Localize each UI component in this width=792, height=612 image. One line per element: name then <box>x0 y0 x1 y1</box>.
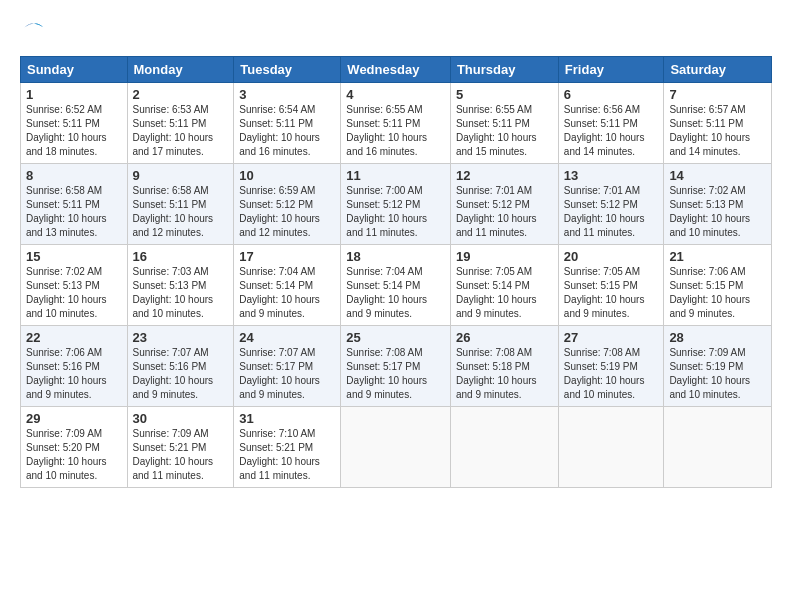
calendar-day-cell: 28Sunrise: 7:09 AM Sunset: 5:19 PM Dayli… <box>664 326 772 407</box>
day-number: 9 <box>133 168 229 183</box>
calendar-day-cell: 16Sunrise: 7:03 AM Sunset: 5:13 PM Dayli… <box>127 245 234 326</box>
calendar-day-cell: 23Sunrise: 7:07 AM Sunset: 5:16 PM Dayli… <box>127 326 234 407</box>
weekday-header: Wednesday <box>341 57 451 83</box>
calendar-day-cell: 31Sunrise: 7:10 AM Sunset: 5:21 PM Dayli… <box>234 407 341 488</box>
day-number: 31 <box>239 411 335 426</box>
weekday-header: Saturday <box>664 57 772 83</box>
day-info: Sunrise: 6:59 AM Sunset: 5:12 PM Dayligh… <box>239 184 335 240</box>
calendar-header: SundayMondayTuesdayWednesdayThursdayFrid… <box>21 57 772 83</box>
day-info: Sunrise: 7:09 AM Sunset: 5:20 PM Dayligh… <box>26 427 122 483</box>
day-info: Sunrise: 7:06 AM Sunset: 5:15 PM Dayligh… <box>669 265 766 321</box>
calendar-day-cell: 30Sunrise: 7:09 AM Sunset: 5:21 PM Dayli… <box>127 407 234 488</box>
calendar-week-row: 29Sunrise: 7:09 AM Sunset: 5:20 PM Dayli… <box>21 407 772 488</box>
calendar-day-cell: 8Sunrise: 6:58 AM Sunset: 5:11 PM Daylig… <box>21 164 128 245</box>
day-number: 8 <box>26 168 122 183</box>
calendar-day-cell: 4Sunrise: 6:55 AM Sunset: 5:11 PM Daylig… <box>341 83 451 164</box>
weekday-header: Sunday <box>21 57 128 83</box>
logo-icon <box>20 18 48 46</box>
calendar-day-cell: 22Sunrise: 7:06 AM Sunset: 5:16 PM Dayli… <box>21 326 128 407</box>
day-number: 28 <box>669 330 766 345</box>
day-info: Sunrise: 6:58 AM Sunset: 5:11 PM Dayligh… <box>26 184 122 240</box>
day-info: Sunrise: 7:02 AM Sunset: 5:13 PM Dayligh… <box>26 265 122 321</box>
day-info: Sunrise: 6:52 AM Sunset: 5:11 PM Dayligh… <box>26 103 122 159</box>
day-info: Sunrise: 7:00 AM Sunset: 5:12 PM Dayligh… <box>346 184 445 240</box>
weekday-header: Thursday <box>450 57 558 83</box>
day-info: Sunrise: 7:04 AM Sunset: 5:14 PM Dayligh… <box>346 265 445 321</box>
day-info: Sunrise: 7:01 AM Sunset: 5:12 PM Dayligh… <box>564 184 659 240</box>
calendar-day-cell: 19Sunrise: 7:05 AM Sunset: 5:14 PM Dayli… <box>450 245 558 326</box>
day-number: 4 <box>346 87 445 102</box>
day-info: Sunrise: 7:04 AM Sunset: 5:14 PM Dayligh… <box>239 265 335 321</box>
calendar-day-cell: 26Sunrise: 7:08 AM Sunset: 5:18 PM Dayli… <box>450 326 558 407</box>
calendar-day-cell: 9Sunrise: 6:58 AM Sunset: 5:11 PM Daylig… <box>127 164 234 245</box>
calendar-day-cell: 21Sunrise: 7:06 AM Sunset: 5:15 PM Dayli… <box>664 245 772 326</box>
calendar-week-row: 22Sunrise: 7:06 AM Sunset: 5:16 PM Dayli… <box>21 326 772 407</box>
calendar-table: SundayMondayTuesdayWednesdayThursdayFrid… <box>20 56 772 488</box>
calendar-day-cell: 13Sunrise: 7:01 AM Sunset: 5:12 PM Dayli… <box>558 164 664 245</box>
day-number: 14 <box>669 168 766 183</box>
day-info: Sunrise: 7:06 AM Sunset: 5:16 PM Dayligh… <box>26 346 122 402</box>
calendar-day-cell: 29Sunrise: 7:09 AM Sunset: 5:20 PM Dayli… <box>21 407 128 488</box>
day-number: 23 <box>133 330 229 345</box>
day-number: 29 <box>26 411 122 426</box>
page: SundayMondayTuesdayWednesdayThursdayFrid… <box>0 0 792 498</box>
day-number: 21 <box>669 249 766 264</box>
weekday-header: Tuesday <box>234 57 341 83</box>
day-info: Sunrise: 7:07 AM Sunset: 5:16 PM Dayligh… <box>133 346 229 402</box>
day-info: Sunrise: 6:57 AM Sunset: 5:11 PM Dayligh… <box>669 103 766 159</box>
day-number: 24 <box>239 330 335 345</box>
day-number: 27 <box>564 330 659 345</box>
day-info: Sunrise: 7:08 AM Sunset: 5:18 PM Dayligh… <box>456 346 553 402</box>
day-info: Sunrise: 7:05 AM Sunset: 5:14 PM Dayligh… <box>456 265 553 321</box>
day-number: 6 <box>564 87 659 102</box>
calendar-day-cell: 6Sunrise: 6:56 AM Sunset: 5:11 PM Daylig… <box>558 83 664 164</box>
day-info: Sunrise: 6:55 AM Sunset: 5:11 PM Dayligh… <box>456 103 553 159</box>
day-number: 19 <box>456 249 553 264</box>
day-info: Sunrise: 6:55 AM Sunset: 5:11 PM Dayligh… <box>346 103 445 159</box>
day-number: 12 <box>456 168 553 183</box>
day-info: Sunrise: 6:54 AM Sunset: 5:11 PM Dayligh… <box>239 103 335 159</box>
day-number: 30 <box>133 411 229 426</box>
day-info: Sunrise: 6:56 AM Sunset: 5:11 PM Dayligh… <box>564 103 659 159</box>
day-info: Sunrise: 7:02 AM Sunset: 5:13 PM Dayligh… <box>669 184 766 240</box>
calendar-day-cell: 5Sunrise: 6:55 AM Sunset: 5:11 PM Daylig… <box>450 83 558 164</box>
day-info: Sunrise: 7:08 AM Sunset: 5:17 PM Dayligh… <box>346 346 445 402</box>
day-number: 16 <box>133 249 229 264</box>
day-number: 22 <box>26 330 122 345</box>
calendar-day-cell <box>664 407 772 488</box>
day-number: 15 <box>26 249 122 264</box>
calendar-day-cell: 2Sunrise: 6:53 AM Sunset: 5:11 PM Daylig… <box>127 83 234 164</box>
day-info: Sunrise: 7:10 AM Sunset: 5:21 PM Dayligh… <box>239 427 335 483</box>
day-number: 17 <box>239 249 335 264</box>
logo <box>20 18 52 46</box>
calendar-week-row: 8Sunrise: 6:58 AM Sunset: 5:11 PM Daylig… <box>21 164 772 245</box>
calendar-day-cell: 11Sunrise: 7:00 AM Sunset: 5:12 PM Dayli… <box>341 164 451 245</box>
day-number: 20 <box>564 249 659 264</box>
header-row: SundayMondayTuesdayWednesdayThursdayFrid… <box>21 57 772 83</box>
day-info: Sunrise: 7:09 AM Sunset: 5:21 PM Dayligh… <box>133 427 229 483</box>
calendar-day-cell <box>450 407 558 488</box>
day-number: 5 <box>456 87 553 102</box>
day-number: 1 <box>26 87 122 102</box>
day-number: 18 <box>346 249 445 264</box>
calendar-day-cell: 20Sunrise: 7:05 AM Sunset: 5:15 PM Dayli… <box>558 245 664 326</box>
weekday-header: Friday <box>558 57 664 83</box>
calendar-day-cell: 7Sunrise: 6:57 AM Sunset: 5:11 PM Daylig… <box>664 83 772 164</box>
calendar-day-cell: 18Sunrise: 7:04 AM Sunset: 5:14 PM Dayli… <box>341 245 451 326</box>
day-info: Sunrise: 7:07 AM Sunset: 5:17 PM Dayligh… <box>239 346 335 402</box>
calendar-day-cell: 3Sunrise: 6:54 AM Sunset: 5:11 PM Daylig… <box>234 83 341 164</box>
day-number: 11 <box>346 168 445 183</box>
calendar-day-cell: 17Sunrise: 7:04 AM Sunset: 5:14 PM Dayli… <box>234 245 341 326</box>
day-info: Sunrise: 6:58 AM Sunset: 5:11 PM Dayligh… <box>133 184 229 240</box>
calendar-body: 1Sunrise: 6:52 AM Sunset: 5:11 PM Daylig… <box>21 83 772 488</box>
day-number: 10 <box>239 168 335 183</box>
day-info: Sunrise: 7:05 AM Sunset: 5:15 PM Dayligh… <box>564 265 659 321</box>
calendar-day-cell: 1Sunrise: 6:52 AM Sunset: 5:11 PM Daylig… <box>21 83 128 164</box>
calendar-day-cell: 27Sunrise: 7:08 AM Sunset: 5:19 PM Dayli… <box>558 326 664 407</box>
day-number: 25 <box>346 330 445 345</box>
calendar-day-cell <box>558 407 664 488</box>
header <box>20 18 772 46</box>
day-info: Sunrise: 7:09 AM Sunset: 5:19 PM Dayligh… <box>669 346 766 402</box>
day-info: Sunrise: 7:01 AM Sunset: 5:12 PM Dayligh… <box>456 184 553 240</box>
day-number: 26 <box>456 330 553 345</box>
